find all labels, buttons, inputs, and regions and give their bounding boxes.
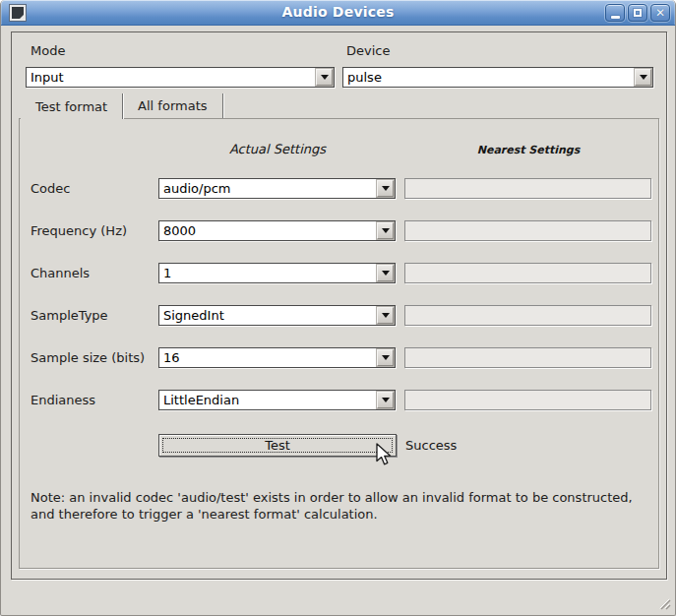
close-icon: ✕ — [655, 7, 665, 19]
samplesize-combobox-dropdown-button[interactable] — [377, 349, 394, 366]
minimize-icon — [611, 16, 620, 19]
maximize-button[interactable] — [628, 4, 647, 22]
device-label: Device — [346, 43, 390, 58]
column-header-actual-settings: Actual Settings — [158, 142, 397, 156]
test-button[interactable]: Test — [158, 434, 397, 457]
audio-devices-window: Audio Devices ✕ Mode Input Device pulse … — [0, 0, 676, 616]
tab-all-formats[interactable]: All formats — [123, 93, 222, 118]
chevron-down-icon — [382, 186, 390, 191]
minimize-button[interactable] — [605, 4, 625, 22]
maximize-icon — [634, 9, 642, 17]
test-button-label: Test — [265, 438, 290, 453]
sampletype-combobox[interactable]: SignedInt — [158, 305, 396, 326]
frequency-combobox-value: 8000 — [159, 221, 376, 240]
channels-nearest-field — [404, 263, 651, 283]
channels-label: Channels — [31, 266, 90, 280]
mode-combobox-value: Input — [27, 68, 315, 87]
titlebar[interactable]: Audio Devices ✕ — [1, 0, 675, 26]
endianess-combobox-dropdown-button[interactable] — [377, 392, 394, 408]
frequency-combobox[interactable]: 8000 — [158, 220, 396, 241]
samplesize-combobox-value: 16 — [159, 348, 376, 367]
titlebar-buttons: ✕ — [605, 4, 670, 22]
channels-combobox-value: 1 — [159, 264, 376, 282]
device-combobox-dropdown-button[interactable] — [635, 69, 651, 86]
close-button[interactable]: ✕ — [650, 4, 670, 22]
samplesize-label: Sample size (bits) — [31, 350, 145, 365]
codec-combobox-dropdown-button[interactable] — [377, 180, 394, 197]
resize-grip-icon[interactable] — [657, 596, 671, 610]
window-title: Audio Devices — [1, 4, 675, 20]
chevron-down-icon — [382, 398, 390, 402]
tab-bar: Test format All formats — [21, 93, 223, 119]
samplesize-combobox[interactable]: 16 — [158, 347, 396, 368]
channels-combobox-dropdown-button[interactable] — [377, 265, 394, 281]
status-label: Success — [405, 438, 457, 453]
chevron-down-icon — [640, 75, 647, 80]
column-header-nearest-settings: Nearest Settings — [404, 144, 652, 156]
chevron-down-icon — [321, 75, 329, 80]
chevron-down-icon — [382, 313, 390, 318]
endianess-label: Endianess — [31, 393, 95, 407]
chevron-down-icon — [382, 355, 390, 360]
sampletype-label: SampleType — [31, 308, 108, 323]
codec-combobox-value: audio/pcm — [159, 179, 376, 198]
codec-label: Codec — [31, 181, 70, 196]
frequency-label: Frequency (Hz) — [31, 223, 127, 238]
endianess-combobox[interactable]: LittleEndian — [158, 390, 396, 410]
device-combobox-value: pulse — [343, 68, 634, 87]
device-combobox[interactable]: pulse — [342, 67, 653, 88]
endianess-combobox-value: LittleEndian — [159, 391, 376, 409]
chevron-down-icon — [382, 228, 390, 233]
mode-combobox-dropdown-button[interactable] — [316, 69, 333, 86]
mode-label: Mode — [31, 43, 65, 58]
chevron-down-icon — [382, 271, 390, 276]
channels-combobox[interactable]: 1 — [158, 263, 396, 283]
samplesize-nearest-field — [404, 347, 651, 368]
tab-test-format[interactable]: Test format — [21, 93, 123, 119]
frequency-combobox-dropdown-button[interactable] — [377, 222, 394, 239]
sampletype-combobox-value: SignedInt — [159, 306, 376, 325]
codec-nearest-field — [404, 178, 651, 199]
sampletype-combobox-dropdown-button[interactable] — [377, 307, 394, 324]
mode-combobox[interactable]: Input — [26, 67, 335, 88]
sampletype-nearest-field — [404, 305, 651, 326]
frequency-nearest-field — [404, 220, 651, 241]
note-text: Note: an invalid codec 'audio/test' exis… — [31, 489, 645, 523]
endianess-nearest-field — [404, 390, 651, 410]
codec-combobox[interactable]: audio/pcm — [158, 178, 396, 199]
